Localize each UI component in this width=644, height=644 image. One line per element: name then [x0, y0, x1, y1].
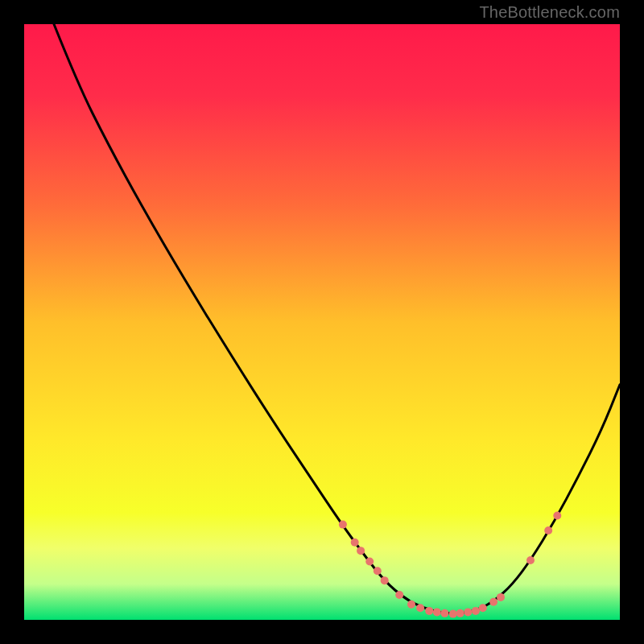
data-marker: [489, 598, 497, 606]
data-marker: [464, 608, 472, 616]
data-marker: [351, 539, 359, 547]
gradient-background: [24, 24, 620, 620]
data-marker: [526, 556, 535, 564]
data-marker: [553, 512, 561, 520]
data-marker: [440, 609, 448, 617]
data-marker: [497, 593, 505, 601]
data-marker: [339, 521, 347, 529]
plot-area: [24, 24, 620, 620]
data-marker: [472, 607, 480, 615]
data-marker: [544, 526, 552, 535]
data-marker: [449, 610, 457, 618]
data-marker: [433, 608, 441, 616]
data-marker: [416, 604, 424, 612]
data-marker: [357, 547, 365, 555]
data-marker: [381, 576, 389, 584]
data-marker: [395, 591, 403, 599]
data-marker: [374, 567, 382, 575]
data-marker: [365, 557, 374, 565]
data-marker: [425, 607, 433, 615]
chart-svg: [24, 24, 620, 620]
chart-container: TheBottleneck.com: [0, 0, 644, 644]
data-marker: [456, 609, 464, 617]
data-marker: [479, 604, 487, 612]
data-marker: [407, 601, 415, 609]
watermark-label: TheBottleneck.com: [479, 3, 620, 22]
